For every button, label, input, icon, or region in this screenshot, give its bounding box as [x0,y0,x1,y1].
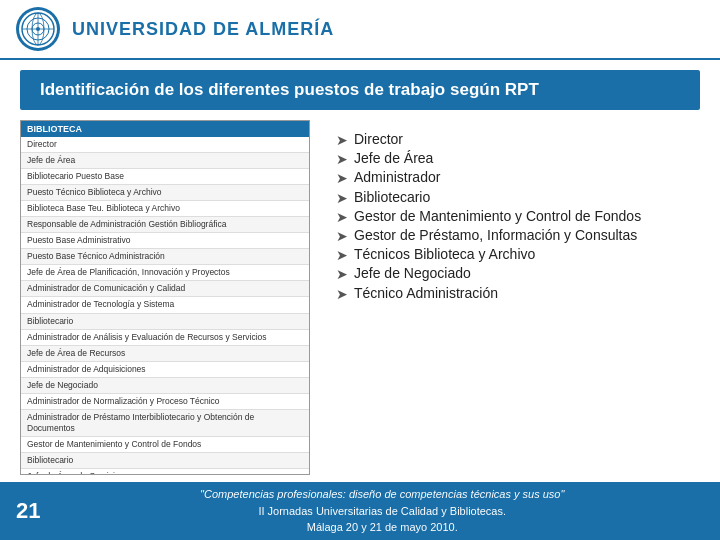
university-name: UNIVERSIDAD DE ALMERÍA [72,19,334,40]
bullet-arrow-icon: ➤ [336,208,348,226]
list-item: ➤Gestor de Mantenimiento y Control de Fo… [336,207,700,226]
header: UNIVERSIDAD DE ALMERÍA [0,0,720,60]
table-row: Director [21,137,309,153]
table-row: Administrador de Comunicación y Calidad [21,281,309,297]
bullet-arrow-icon: ➤ [336,189,348,207]
table-row: Jefe de Negociado [21,378,309,394]
table-row: Jefe de Área [21,153,309,169]
table-row: Jefe de Área de Recursos [21,346,309,362]
title-text: Identificación de los diferentes puestos… [40,80,539,99]
list-item: ➤Bibliotecario [336,188,700,207]
footer-citation-text: "Competencias profesionales: diseño de c… [200,488,564,533]
bullet-list: ➤Director➤Jefe de Área➤Administrador➤Bib… [326,120,700,480]
bullet-arrow-icon: ➤ [336,150,348,168]
table-header: BIBLIOTECA [21,121,309,137]
list-item: ➤Gestor de Préstamo, Información y Consu… [336,226,700,245]
bullet-arrow-icon: ➤ [336,246,348,264]
list-item-label: Gestor de Préstamo, Información y Consul… [354,226,637,244]
list-item: ➤Jefe de Área [336,149,700,168]
table-row: Administrador de Adquisiciones [21,362,309,378]
table-row: Puesto Base Técnico Administración [21,249,309,265]
bullet-arrow-icon: ➤ [336,169,348,187]
list-item-label: Técnico Administración [354,284,498,302]
main-content: BIBLIOTECA DirectorJefe de ÁreaBibliotec… [0,120,720,480]
table-row: Gestor de Mantenimiento y Control de Fon… [21,437,309,453]
list-item: ➤Director [336,130,700,149]
list-item-label: Técnicos Biblioteca y Archivo [354,245,535,263]
footer-citation: "Competencias profesionales: diseño de c… [60,486,704,536]
table-row: Puesto Base Administrativo [21,233,309,249]
bullet-arrow-icon: ➤ [336,285,348,303]
table-row: Jefe de Área de Servicios [21,469,309,475]
list-item-label: Gestor de Mantenimiento y Control de Fon… [354,207,641,225]
footer: 21 "Competencias profesionales: diseño d… [0,482,720,540]
list-item-label: Administrador [354,168,440,186]
list-item-label: Director [354,130,403,148]
bullet-arrow-icon: ➤ [336,131,348,149]
list-item-label: Jefe de Negociado [354,264,471,282]
table-row: Bibliotecario Puesto Base [21,169,309,185]
position-table: BIBLIOTECA DirectorJefe de ÁreaBibliotec… [20,120,310,475]
table-row: Responsable de Administración Gestión Bi… [21,217,309,233]
table-row: Administrador de Préstamo Interbibliotec… [21,410,309,437]
table-row: Biblioteca Base Teu. Biblioteca y Archiv… [21,201,309,217]
title-bar: Identificación de los diferentes puestos… [20,70,700,110]
table-row: Administrador de Normalización y Proceso… [21,394,309,410]
bullet-arrow-icon: ➤ [336,265,348,283]
table-row: Jefe de Área de Planificación, Innovació… [21,265,309,281]
table-row: Administrador de Tecnología y Sistema [21,297,309,313]
list-item-label: Bibliotecario [354,188,430,206]
table-row: Bibliotecario [21,314,309,330]
bullet-arrow-icon: ➤ [336,227,348,245]
table-row: Bibliotecario [21,453,309,469]
svg-point-6 [36,27,40,31]
logo [16,7,60,51]
page-number: 21 [16,498,40,524]
list-item: ➤Administrador [336,168,700,187]
list-item: ➤Técnico Administración [336,284,700,303]
table-row: Puesto Técnico Biblioteca y Archivo [21,185,309,201]
list-item: ➤Técnicos Biblioteca y Archivo [336,245,700,264]
list-item: ➤Jefe de Negociado [336,264,700,283]
table-row: Administrador de Análisis y Evaluación d… [21,330,309,346]
list-item-label: Jefe de Área [354,149,433,167]
